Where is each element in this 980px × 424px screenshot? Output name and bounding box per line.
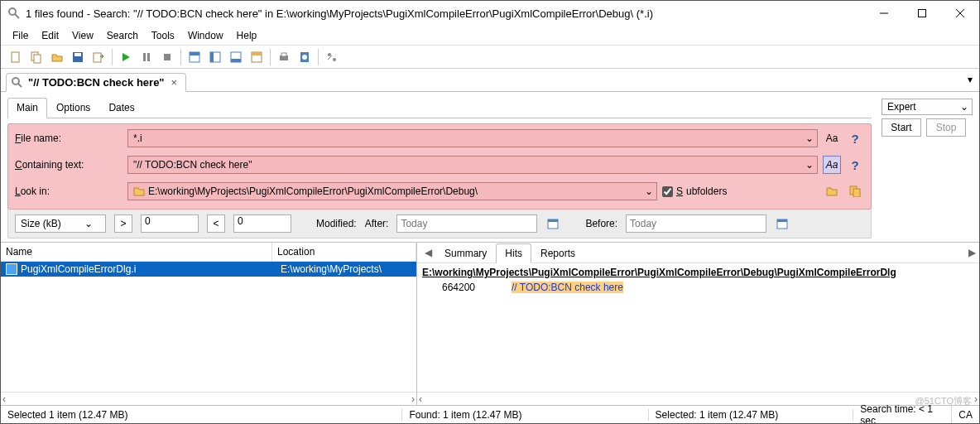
col-location[interactable]: Location bbox=[272, 243, 416, 261]
containing-label: Containing text:Containing text: bbox=[15, 159, 122, 171]
svg-rect-21 bbox=[231, 59, 241, 62]
filter-bar: Size (kB)⌄ > 0 < 0 Modified:Modified: Af… bbox=[7, 210, 872, 238]
toolbar bbox=[1, 46, 979, 69]
panel1-icon[interactable] bbox=[185, 47, 204, 67]
nav-right-icon[interactable]: ▶ bbox=[964, 247, 979, 258]
calendar-icon[interactable] bbox=[545, 216, 560, 231]
copy-icon[interactable] bbox=[26, 47, 46, 67]
chevron-down-icon[interactable]: ⌄ bbox=[805, 159, 814, 171]
svg-rect-8 bbox=[34, 55, 41, 63]
svg-rect-23 bbox=[252, 52, 262, 55]
col-name[interactable]: Name bbox=[1, 243, 272, 261]
menubar: File Edit View Search Tools Window Help bbox=[1, 26, 979, 46]
panel4-icon[interactable] bbox=[247, 47, 267, 67]
preview-icon[interactable] bbox=[295, 47, 315, 67]
copy-path-icon[interactable] bbox=[846, 182, 864, 200]
settings-icon[interactable] bbox=[322, 47, 342, 67]
lookin-input[interactable]: E:\working\MyProjects\PugiXmlCompileErro… bbox=[127, 182, 657, 200]
watermark: @51CTO博客 bbox=[915, 395, 972, 407]
panel3-icon[interactable] bbox=[226, 47, 246, 67]
chevron-down-icon[interactable]: ⌄ bbox=[645, 186, 653, 197]
svg-line-32 bbox=[18, 84, 22, 87]
maximize-button[interactable] bbox=[903, 1, 941, 26]
result-row[interactable]: PugiXmlCompileErrorDlg.i E:\working\MyPr… bbox=[1, 262, 416, 277]
menu-file[interactable]: File bbox=[6, 28, 35, 43]
open-icon[interactable] bbox=[47, 47, 67, 67]
mode-combo[interactable]: Expert⌄ bbox=[882, 99, 973, 115]
search-tab[interactable]: "// TODO:BCN check here" × bbox=[6, 73, 186, 92]
new-icon[interactable] bbox=[6, 47, 26, 67]
svg-rect-15 bbox=[164, 54, 171, 60]
menu-window[interactable]: Window bbox=[181, 28, 230, 43]
size-combo[interactable]: Size (kB)⌄ bbox=[15, 214, 106, 233]
svg-rect-17 bbox=[190, 52, 199, 55]
menu-help[interactable]: Help bbox=[230, 28, 264, 43]
panel2-icon[interactable] bbox=[205, 47, 225, 67]
menu-edit[interactable]: Edit bbox=[35, 28, 65, 43]
gt-input[interactable]: 0 bbox=[141, 214, 199, 233]
status-selected2: Selected: 1 item (12.47 MB) bbox=[649, 409, 854, 421]
start-button[interactable]: Start bbox=[882, 118, 921, 137]
window-title: 1 files found - Search: "// TODO:BCN che… bbox=[26, 7, 865, 20]
toolbar-sep bbox=[112, 49, 113, 65]
tab-options[interactable]: Options bbox=[47, 98, 99, 118]
after-label: After:After: bbox=[365, 218, 389, 229]
close-tab-icon[interactable]: × bbox=[170, 76, 180, 89]
close-button[interactable] bbox=[941, 1, 979, 26]
calendar-icon[interactable] bbox=[775, 216, 790, 231]
tab-hits[interactable]: Hits bbox=[496, 243, 531, 263]
containing-text-input[interactable]: "// TODO:BCN check here" ⌄ bbox=[127, 156, 818, 174]
run-icon[interactable] bbox=[116, 47, 136, 67]
results-list-pane: Name Location PugiXmlCompileErrorDlg.i E… bbox=[1, 243, 417, 405]
stop-button[interactable]: Stop bbox=[926, 118, 966, 137]
menu-search[interactable]: Search bbox=[100, 28, 145, 43]
browse-folder-icon[interactable] bbox=[823, 182, 841, 200]
svg-rect-10 bbox=[74, 53, 81, 56]
result-name: PugiXmlCompileErrorDlg.i bbox=[21, 263, 277, 275]
column-headers: Name Location bbox=[1, 243, 416, 262]
stop-icon[interactable] bbox=[157, 47, 177, 67]
svg-marker-12 bbox=[122, 53, 130, 61]
tab-summary[interactable]: Summary bbox=[435, 243, 496, 263]
menu-tools[interactable]: Tools bbox=[145, 28, 181, 43]
help-button[interactable]: ? bbox=[846, 129, 864, 147]
nav-left-icon[interactable]: ◀ bbox=[420, 247, 435, 258]
action-panel: Expert⌄ Start Stop bbox=[882, 97, 973, 238]
subfolders-checkbox[interactable]: SubfoldersSubfolders bbox=[662, 186, 727, 197]
status-found: Found: 1 item (12.47 MB) bbox=[402, 409, 648, 421]
case-toggle-selected[interactable]: Aa bbox=[823, 156, 841, 174]
print-icon[interactable] bbox=[274, 47, 294, 67]
gt-button[interactable]: > bbox=[114, 214, 132, 233]
after-input[interactable]: Today bbox=[396, 214, 537, 233]
status-selected: Selected 1 item (12.47 MB) bbox=[1, 409, 402, 421]
before-input[interactable]: Today bbox=[626, 214, 766, 233]
toolbar-sep bbox=[318, 49, 319, 65]
window-controls bbox=[865, 1, 979, 26]
export-icon[interactable] bbox=[89, 47, 108, 67]
lt-input[interactable]: 0 bbox=[233, 214, 291, 233]
tab-dates[interactable]: Dates bbox=[99, 98, 143, 118]
result-location: E:\working\MyProjects\ bbox=[281, 263, 382, 275]
toolbar-sep bbox=[270, 49, 271, 65]
before-label: Before:Before: bbox=[585, 218, 617, 229]
folder-icon bbox=[133, 186, 145, 196]
minimize-button[interactable] bbox=[865, 1, 903, 26]
tab-main[interactable]: Main bbox=[7, 98, 47, 118]
subfolders-check[interactable] bbox=[662, 186, 673, 197]
tab-reports[interactable]: Reports bbox=[531, 243, 584, 263]
file-name-input[interactable]: *.i ⌄ bbox=[127, 129, 818, 147]
titlebar: 1 files found - Search: "// TODO:BCN che… bbox=[1, 1, 979, 26]
chevron-down-icon[interactable]: ⌄ bbox=[805, 132, 814, 144]
pause-icon[interactable] bbox=[137, 47, 156, 67]
hit-file-path[interactable]: E:\working\MyProjects\PugiXmlCompileErro… bbox=[417, 263, 979, 280]
case-toggle[interactable]: Aa bbox=[823, 129, 841, 147]
hscrollbar[interactable]: ‹› bbox=[1, 392, 416, 405]
svg-rect-38 bbox=[777, 219, 787, 222]
save-icon[interactable] bbox=[68, 47, 88, 67]
tab-dropdown-icon[interactable]: ▾ bbox=[968, 74, 973, 85]
lt-button[interactable]: < bbox=[207, 214, 225, 233]
help-button[interactable]: ? bbox=[846, 156, 864, 174]
menu-view[interactable]: View bbox=[65, 28, 100, 43]
hit-row[interactable]: 664200 // TODO:BCN check here bbox=[417, 280, 979, 295]
statusbar: Selected 1 item (12.47 MB) Found: 1 item… bbox=[1, 405, 979, 423]
